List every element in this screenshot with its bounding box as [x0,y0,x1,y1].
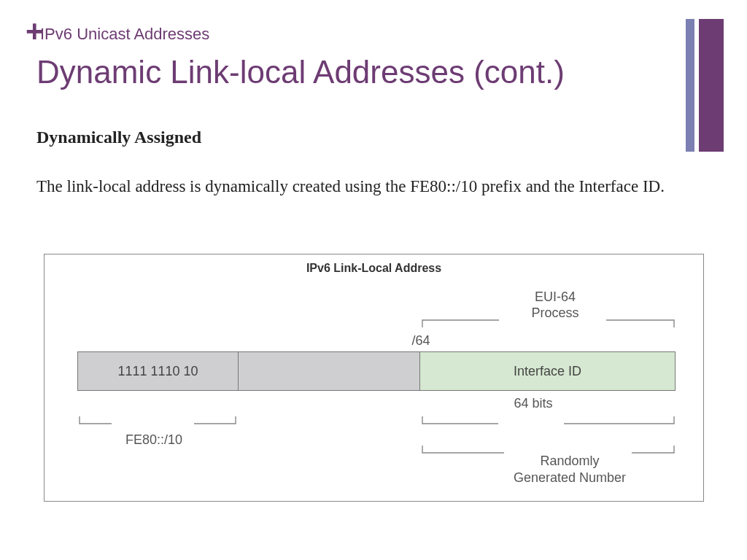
section-subhead: Dynamically Assigned [36,128,201,147]
section-paragraph: The link-local address is dynamically cr… [36,175,703,198]
cell-middle [238,351,420,391]
ipv6-diagram: IPv6 Link-Local Address 1111 1110 10 Int… [44,254,704,502]
label-eui64: EUI-64 Process [511,289,599,321]
slide-title: Dynamic Link-local Addresses (cont.) [36,54,565,90]
accent-bar-purple [699,19,724,152]
label-random: Randomly Generated Number [511,453,628,486]
cell-prefix-bits: 1111 1110 10 [77,351,238,391]
label-64bits: 64 bits [504,396,562,411]
slide-topic: IPv6 Unicast Addresses [40,25,209,44]
cell-interface-id: Interface ID [420,351,676,391]
label-slash64: /64 [406,333,436,349]
accent-bar-blue [686,19,694,152]
accent-bars [686,19,724,152]
address-row: 1111 1110 10 Interface ID [77,351,676,391]
diagram-title: IPv6 Link-Local Address [44,262,703,275]
label-fe80: FE80::/10 [117,432,190,448]
